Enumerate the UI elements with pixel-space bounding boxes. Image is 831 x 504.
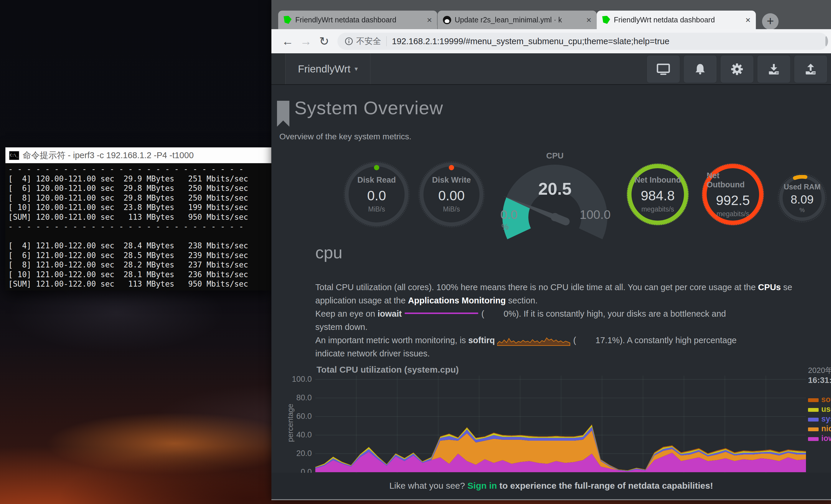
tab-close-icon[interactable]: × [745,16,750,25]
iowait-sparkline[interactable] [405,313,478,314]
tab-title: FriendlyWrt netdata dashboard [614,16,742,24]
gauge-disk-read[interactable]: Disk Read 0.0 MiB/s [345,162,408,226]
cmd-icon: C:\_ [9,151,19,160]
gauge-ticks [344,161,410,228]
tab-close-icon[interactable]: × [586,16,592,25]
gauge-cpu[interactable]: CPU 20.5 0.0 100.0 % [498,151,612,232]
chevron-down-icon: ▾ [354,65,358,73]
text: application usage at the [315,296,408,305]
netdata-favicon [602,16,610,24]
legend-label: softirq [821,395,831,404]
gear-icon [730,62,744,76]
softirq-label: softirq [468,335,495,345]
settings-button[interactable] [720,55,754,83]
applications-monitoring-link[interactable]: Applications Monitoring [408,296,506,305]
description-line: Total CPU utilization (all cores). 100% … [315,281,829,294]
browser-window: FriendlyWrt netdata dashboard × Update r… [271,0,831,500]
tab-github[interactable]: Update r2s_lean_minimal.yml · k × [438,10,597,29]
text: ( [481,309,484,319]
url-text[interactable]: 192.168.2.1:19999/#menu_system_submenu_c… [392,36,822,46]
tab-close-icon[interactable]: × [427,16,432,25]
terminal-body[interactable]: - - - - - - - - - - - - - - - - - - - - … [5,163,271,291]
terminal-line: [ 10] 120.00-121.00 sec 23.8 MBytes 199 … [8,203,271,212]
terminal-line: [ 6] 121.00-122.00 sec 28.5 MBytes 239 M… [8,251,271,260]
monitor-icon [657,62,670,76]
cpus-link[interactable]: CPUs [758,283,781,292]
gauge-net-inbound[interactable]: Net Inbound 984.8 megabits/s [627,164,689,225]
chart-ylabel: percentage [286,393,295,452]
y-axis-tick: 40.0 [274,431,312,439]
description-line: indicate network driver issues. [315,347,829,360]
new-tab-button[interactable]: + [762,13,778,30]
sign-in-link[interactable]: Sign in [467,481,497,491]
chart-date: 2020年3 [808,365,831,376]
gauge-value: 20.5 [498,179,612,199]
legend-item[interactable]: nice [808,424,831,434]
cpu-description: Total CPU utilization (all cores). 100% … [315,281,829,363]
terminal-window[interactable]: C:\_ 命令提示符 - iperf3 -c 192.168.1.2 -P4 -… [5,147,271,291]
chart-time: 16:31:2 [808,376,831,385]
bookmark-icon[interactable] [825,36,828,46]
terminal-line: [SUM] 120.00-121.00 sec 113 MBytes 950 M… [8,212,271,222]
gauge-ticks [627,163,689,226]
alarms-button[interactable] [683,55,717,83]
forward-button[interactable]: → [297,35,315,48]
y-axis-tick: 100.0 [274,375,312,384]
desktop: C:\_ 命令提示符 - iperf3 -c 192.168.1.2 -P4 -… [0,0,831,504]
back-button[interactable]: ← [279,35,297,48]
gauge-net-outbound[interactable]: Net Outbound 992.5 megabits/s [702,164,764,225]
text: section. [506,296,538,305]
terminal-title: 命令提示符 - iperf3 -c 192.168.1.2 -P4 -t1000 [23,150,194,161]
import-snapshot-button[interactable] [757,55,791,83]
section-heading-cpu: cpu [315,243,342,262]
terminal-titlebar[interactable]: C:\_ 命令提示符 - iperf3 -c 192.168.1.2 -P4 -… [5,147,271,163]
omnibox-divider [386,36,386,46]
tab-netdata-1[interactable]: FriendlyWrt netdata dashboard × [278,10,437,29]
info-icon[interactable] [344,37,353,46]
chart-legend: softirqusersystemniceiowait [808,395,831,444]
disk-read-dot [374,165,379,170]
gauge-ticks [419,161,484,228]
gauge-ticks [701,163,764,226]
terminal-line: - - - - - - - - - - - - - - - - - - - - … [8,165,271,174]
legend-item[interactable]: user [808,405,831,415]
terminal-line: [ 6] 120.00-121.00 sec 29.8 MBytes 250 M… [8,183,271,193]
legend-item[interactable]: softirq [808,395,831,405]
disk-write-dot [449,165,454,170]
gauge-disk-write[interactable]: Disk Write 0.00 MiB/s [420,162,483,226]
bell-icon [693,62,707,76]
gauge-unit: % [502,223,509,232]
cpu-utilization-chart[interactable] [315,376,806,474]
description-line: Keep an eye on iowait(0%). If it is cons… [315,307,829,321]
export-snapshot-button[interactable] [794,55,828,83]
terminal-line: [ 8] 121.00-122.00 sec 28.2 MBytes 237 M… [8,260,271,270]
legend-item[interactable]: iowait [808,434,831,444]
download-icon [767,62,781,76]
gauge-used-ram[interactable]: Used RAM 8.09 % [779,175,825,221]
y-axis-tick: 20.0 [274,449,312,458]
text: to experience the full-range of netdata … [497,481,713,491]
tab-title: Update r2s_lean_minimal.yml · k [455,16,582,24]
text: system down. [315,322,368,332]
reload-button[interactable]: ↻ [315,34,333,48]
y-axis-tick: 60.0 [274,412,312,421]
legend-swatch [808,418,819,421]
browser-toolbar: ← → ↻ 不安全 192.168.2.1:19999/#menu_system… [271,29,831,53]
address-bar[interactable]: 不安全 192.168.2.1:19999/#menu_system_subme… [337,33,828,50]
gauge-min: 0.0 [500,208,517,222]
security-label[interactable]: 不安全 [356,36,381,47]
navbar-strip [271,53,286,84]
tab-netdata-active[interactable]: FriendlyWrt netdata dashboard × [597,10,756,29]
text: 0%). If it is constantly high, your disk… [504,309,726,319]
description-line: An important metric worth monitoring, is… [315,334,829,347]
text: se [781,283,793,292]
bookmark-icon [277,101,289,127]
print-dashboard-button[interactable] [647,55,680,83]
terminal-line: [ 10] 121.00-122.00 sec 28.1 MBytes 236 … [8,270,271,279]
text: Like what you see? [389,481,467,491]
softirq-sparkline[interactable] [497,335,571,346]
legend-label: system [821,414,831,423]
legend-item[interactable]: system [808,415,831,424]
host-selector[interactable]: FriendlyWrt ▾ [286,53,370,84]
text: An important metric worth monitoring, is [315,335,468,345]
